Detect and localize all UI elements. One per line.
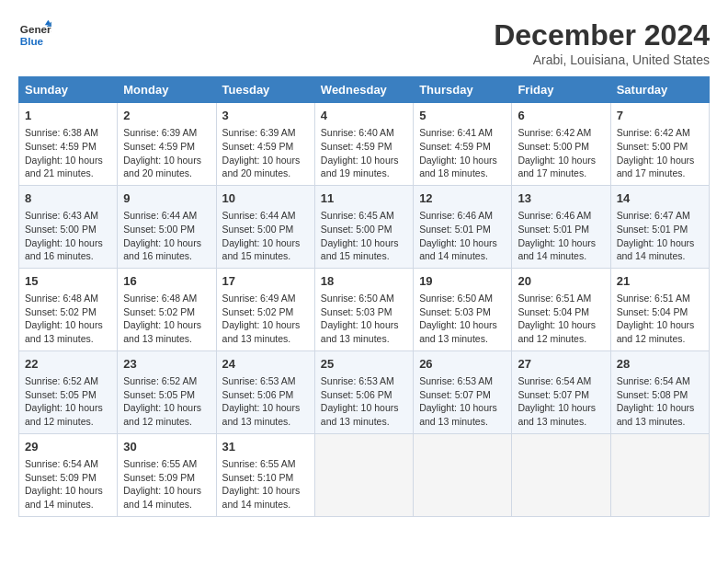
- day-number: 31: [222, 439, 309, 455]
- day-info: Sunrise: 6:52 AMSunset: 5:05 PMDaylight:…: [123, 374, 210, 429]
- day-info: Sunrise: 6:52 AMSunset: 5:05 PMDaylight:…: [25, 374, 111, 429]
- table-row: 8Sunrise: 6:43 AMSunset: 5:00 PMDaylight…: [19, 185, 118, 268]
- day-info: Sunrise: 6:50 AMSunset: 5:03 PMDaylight:…: [321, 292, 407, 346]
- day-info: Sunrise: 6:55 AMSunset: 5:09 PMDaylight:…: [123, 457, 210, 511]
- day-info: Sunrise: 6:47 AMSunset: 5:01 PMDaylight:…: [617, 209, 703, 263]
- col-saturday: Saturday: [610, 77, 709, 103]
- day-number: 3: [222, 108, 309, 124]
- table-row: 2Sunrise: 6:39 AMSunset: 4:59 PMDaylight…: [118, 103, 216, 186]
- table-row: 7Sunrise: 6:42 AMSunset: 5:00 PMDaylight…: [610, 103, 709, 186]
- day-info: Sunrise: 6:49 AMSunset: 5:02 PMDaylight:…: [222, 292, 309, 346]
- day-info: Sunrise: 6:50 AMSunset: 5:03 PMDaylight:…: [419, 292, 506, 346]
- table-row: 4Sunrise: 6:40 AMSunset: 4:59 PMDaylight…: [314, 103, 413, 186]
- day-number: 16: [123, 273, 210, 290]
- table-row: 13Sunrise: 6:46 AMSunset: 5:01 PMDayligh…: [512, 185, 610, 268]
- calendar-week-4: 22Sunrise: 6:52 AMSunset: 5:05 PMDayligh…: [19, 350, 710, 433]
- table-row: 21Sunrise: 6:51 AMSunset: 5:04 PMDayligh…: [610, 268, 709, 350]
- day-number: 29: [25, 439, 111, 455]
- day-info: Sunrise: 6:48 AMSunset: 5:02 PMDaylight:…: [25, 292, 111, 346]
- day-number: 15: [25, 273, 111, 290]
- day-info: Sunrise: 6:38 AMSunset: 4:59 PMDaylight:…: [25, 126, 111, 180]
- day-info: Sunrise: 6:53 AMSunset: 5:06 PMDaylight:…: [321, 374, 407, 429]
- table-row: 12Sunrise: 6:46 AMSunset: 5:01 PMDayligh…: [414, 185, 512, 268]
- day-number: 20: [518, 273, 604, 290]
- day-number: 28: [617, 356, 703, 373]
- day-number: 22: [25, 356, 111, 373]
- header-row: Sunday Monday Tuesday Wednesday Thursday…: [19, 77, 710, 103]
- title-area: December 2024 Arabi, Louisiana, United S…: [494, 18, 710, 67]
- day-number: 26: [419, 356, 506, 373]
- day-number: 5: [419, 108, 506, 124]
- col-friday: Friday: [512, 77, 610, 103]
- col-sunday: Sunday: [19, 77, 118, 103]
- day-number: 8: [25, 190, 111, 207]
- day-info: Sunrise: 6:42 AMSunset: 5:00 PMDaylight:…: [518, 126, 604, 180]
- day-number: 11: [321, 190, 407, 207]
- day-number: 1: [25, 108, 111, 124]
- day-info: Sunrise: 6:44 AMSunset: 5:00 PMDaylight:…: [222, 209, 309, 263]
- day-info: Sunrise: 6:54 AMSunset: 5:07 PMDaylight:…: [518, 374, 604, 429]
- day-info: Sunrise: 6:39 AMSunset: 4:59 PMDaylight:…: [123, 126, 210, 180]
- table-row: 6Sunrise: 6:42 AMSunset: 5:00 PMDaylight…: [512, 103, 610, 186]
- table-row: 20Sunrise: 6:51 AMSunset: 5:04 PMDayligh…: [512, 268, 610, 350]
- table-row: [512, 433, 610, 516]
- calendar-week-3: 15Sunrise: 6:48 AMSunset: 5:02 PMDayligh…: [19, 268, 710, 350]
- day-number: 18: [321, 273, 407, 290]
- day-info: Sunrise: 6:53 AMSunset: 5:07 PMDaylight:…: [419, 374, 506, 429]
- page-title: December 2024: [494, 18, 710, 52]
- day-number: 25: [321, 356, 407, 373]
- table-row: 25Sunrise: 6:53 AMSunset: 5:06 PMDayligh…: [314, 350, 413, 433]
- day-info: Sunrise: 6:54 AMSunset: 5:08 PMDaylight:…: [617, 374, 703, 429]
- header: General Blue December 2024 Arabi, Louisi…: [18, 18, 710, 67]
- day-info: Sunrise: 6:54 AMSunset: 5:09 PMDaylight:…: [25, 457, 111, 511]
- day-number: 17: [222, 273, 309, 290]
- logo-icon: General Blue: [18, 18, 51, 52]
- table-row: 26Sunrise: 6:53 AMSunset: 5:07 PMDayligh…: [414, 350, 512, 433]
- day-number: 21: [617, 273, 703, 290]
- day-number: 12: [419, 190, 506, 207]
- day-number: 30: [123, 439, 210, 455]
- svg-text:Blue: Blue: [20, 35, 44, 47]
- day-info: Sunrise: 6:51 AMSunset: 5:04 PMDaylight:…: [518, 292, 604, 346]
- table-row: 24Sunrise: 6:53 AMSunset: 5:06 PMDayligh…: [216, 350, 314, 433]
- day-number: 9: [123, 190, 210, 207]
- table-row: 27Sunrise: 6:54 AMSunset: 5:07 PMDayligh…: [512, 350, 610, 433]
- table-row: 19Sunrise: 6:50 AMSunset: 5:03 PMDayligh…: [414, 268, 512, 350]
- table-row: 9Sunrise: 6:44 AMSunset: 5:00 PMDaylight…: [118, 185, 216, 268]
- day-number: 2: [123, 108, 210, 124]
- day-info: Sunrise: 6:40 AMSunset: 4:59 PMDaylight:…: [321, 126, 407, 180]
- page-subtitle: Arabi, Louisiana, United States: [494, 52, 710, 67]
- day-number: 27: [518, 356, 604, 373]
- day-number: 14: [617, 190, 703, 207]
- day-info: Sunrise: 6:42 AMSunset: 5:00 PMDaylight:…: [617, 126, 703, 180]
- day-number: 6: [518, 108, 604, 124]
- day-info: Sunrise: 6:48 AMSunset: 5:02 PMDaylight:…: [123, 292, 210, 346]
- day-info: Sunrise: 6:51 AMSunset: 5:04 PMDaylight:…: [617, 292, 703, 346]
- table-row: 18Sunrise: 6:50 AMSunset: 5:03 PMDayligh…: [314, 268, 413, 350]
- day-info: Sunrise: 6:44 AMSunset: 5:00 PMDaylight:…: [123, 209, 210, 263]
- day-info: Sunrise: 6:39 AMSunset: 4:59 PMDaylight:…: [222, 126, 309, 180]
- col-tuesday: Tuesday: [216, 77, 314, 103]
- table-row: 11Sunrise: 6:45 AMSunset: 5:00 PMDayligh…: [314, 185, 413, 268]
- day-number: 13: [518, 190, 604, 207]
- table-row: [414, 433, 512, 516]
- calendar-week-5: 29Sunrise: 6:54 AMSunset: 5:09 PMDayligh…: [19, 433, 710, 516]
- table-row: 30Sunrise: 6:55 AMSunset: 5:09 PMDayligh…: [118, 433, 216, 516]
- table-row: 16Sunrise: 6:48 AMSunset: 5:02 PMDayligh…: [118, 268, 216, 350]
- day-info: Sunrise: 6:46 AMSunset: 5:01 PMDaylight:…: [419, 209, 506, 263]
- day-info: Sunrise: 6:53 AMSunset: 5:06 PMDaylight:…: [222, 374, 309, 429]
- logo: General Blue: [18, 18, 51, 52]
- day-number: 24: [222, 356, 309, 373]
- table-row: 29Sunrise: 6:54 AMSunset: 5:09 PMDayligh…: [19, 433, 118, 516]
- table-row: 10Sunrise: 6:44 AMSunset: 5:00 PMDayligh…: [216, 185, 314, 268]
- day-info: Sunrise: 6:46 AMSunset: 5:01 PMDaylight:…: [518, 209, 604, 263]
- table-row: 23Sunrise: 6:52 AMSunset: 5:05 PMDayligh…: [118, 350, 216, 433]
- table-row: 31Sunrise: 6:55 AMSunset: 5:10 PMDayligh…: [216, 433, 314, 516]
- table-row: [610, 433, 709, 516]
- calendar-week-1: 1Sunrise: 6:38 AMSunset: 4:59 PMDaylight…: [19, 103, 710, 186]
- table-row: 15Sunrise: 6:48 AMSunset: 5:02 PMDayligh…: [19, 268, 118, 350]
- col-monday: Monday: [118, 77, 216, 103]
- table-row: 5Sunrise: 6:41 AMSunset: 4:59 PMDaylight…: [414, 103, 512, 186]
- calendar-table: Sunday Monday Tuesday Wednesday Thursday…: [18, 76, 710, 517]
- table-row: 3Sunrise: 6:39 AMSunset: 4:59 PMDaylight…: [216, 103, 314, 186]
